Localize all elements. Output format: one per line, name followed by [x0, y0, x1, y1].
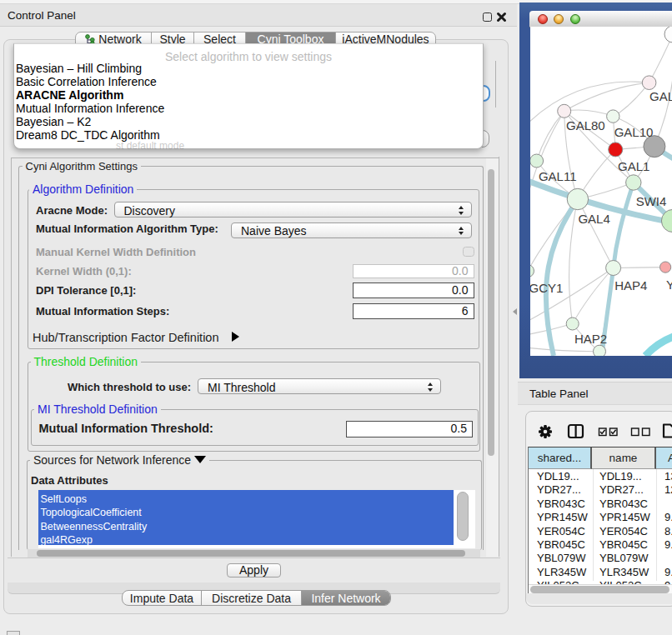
svg-text:GAL4: GAL4: [578, 212, 609, 226]
svg-text:GCY1: GCY1: [530, 281, 563, 295]
svg-text:GAL11: GAL11: [539, 169, 577, 183]
svg-text:HAP4: HAP4: [614, 278, 647, 292]
svg-text:GAL10: GAL10: [614, 125, 654, 139]
svg-text:SWI4: SWI4: [636, 194, 667, 208]
svg-text:GAL80: GAL80: [566, 118, 605, 132]
svg-text:GAL7: GAL7: [649, 89, 672, 103]
svg-text:HAP2: HAP2: [574, 332, 607, 346]
svg-text:GAL1: GAL1: [618, 159, 649, 173]
svg-text:Y: Y: [666, 278, 672, 292]
